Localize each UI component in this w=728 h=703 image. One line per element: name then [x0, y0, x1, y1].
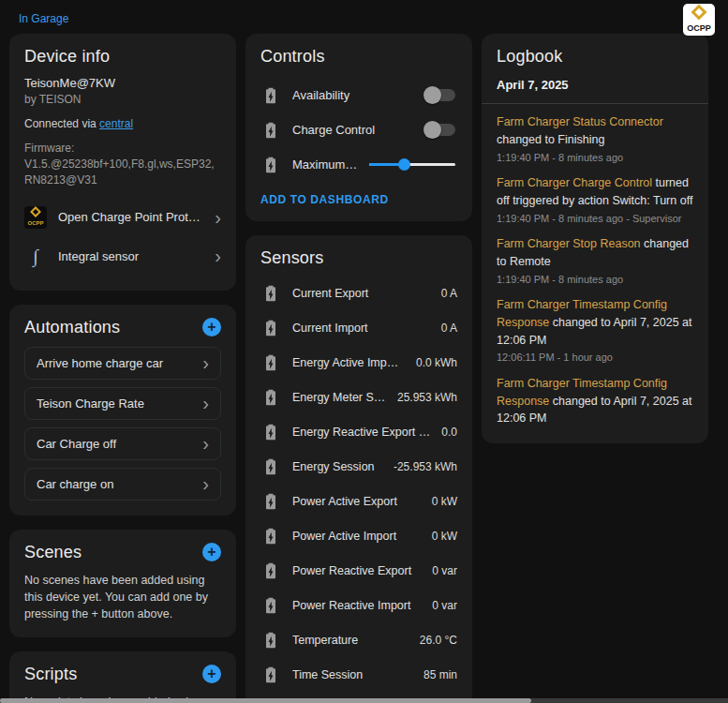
control-label: Availability — [292, 88, 414, 102]
device-nav-list: OCPP Open Charge Point Protocol (O... › … — [24, 198, 221, 276]
nav-row-integral-sensor[interactable]: ∫ Integral sensor › — [24, 237, 221, 276]
controls-card: Controls Availability Charge Control — [245, 34, 472, 221]
control-row-maximum-current: Maximum Cur... — [260, 147, 457, 182]
chevron-right-icon: › — [215, 211, 221, 224]
battery-charging-icon — [260, 387, 281, 408]
logbook-entry: Farm Charger Status Connector changed to… — [497, 113, 693, 165]
battery-charging-icon — [260, 665, 281, 685]
sensor-row[interactable]: Time Session 85 min — [260, 657, 457, 692]
automation-item-label: Car charge on — [37, 477, 113, 491]
automation-item[interactable]: Teison Charge Rate › — [24, 387, 221, 420]
connected-via: Connected via central — [24, 117, 221, 130]
ocpp-integration-logo[interactable]: OCPP — [683, 4, 715, 36]
automation-item[interactable]: Car Charge off › — [24, 427, 221, 460]
sensor-label: Power Reactive Import — [292, 599, 421, 612]
ocpp-logo-icon: OCPP — [683, 4, 715, 36]
main-content: Device info TeisonMe@7KW by TEISON Conne… — [0, 30, 728, 703]
svg-text:OCPP: OCPP — [687, 23, 711, 33]
sensor-label: Current Export — [292, 287, 430, 300]
automation-item[interactable]: Arrive home charge car › — [24, 347, 221, 380]
sensor-row[interactable]: Energy Active Import Inter... 0.0 kWh — [260, 345, 457, 380]
maximum-current-slider-knob[interactable] — [398, 158, 410, 171]
sensor-row[interactable]: Power Reactive Export 0 var — [260, 553, 457, 588]
sensor-label: Energy Active Import Inter... — [292, 356, 405, 369]
logbook-date: April 7, 2025 — [482, 78, 708, 104]
battery-charging-icon — [260, 491, 281, 512]
nav-row-ocpp[interactable]: OCPP Open Charge Point Protocol (O... › — [24, 198, 221, 237]
sensor-label: Power Active Export — [292, 495, 421, 508]
logbook-entry-text: changed to Finishing — [497, 133, 604, 146]
top-bar: In Garage — [0, 0, 728, 30]
integral-icon: ∫ — [24, 246, 47, 267]
sensor-value: 0.0 — [441, 426, 457, 439]
chevron-right-icon: › — [215, 249, 221, 262]
sensor-row[interactable]: Power Active Import 0 kW — [260, 518, 457, 553]
logbook-entity-link[interactable]: Farm Charger Charge Control — [497, 176, 652, 189]
sensor-label: Energy Session — [292, 460, 382, 473]
horizontal-scrollbar-thumb[interactable] — [0, 698, 531, 703]
logbook-entry: Farm Charger Timestamp Config Response c… — [497, 375, 693, 427]
logbook-entries: Farm Charger Status Connector changed to… — [497, 104, 693, 427]
svg-text:OCPP: OCPP — [27, 220, 43, 226]
availability-toggle[interactable] — [425, 89, 455, 101]
add-automation-button[interactable]: + — [202, 318, 221, 337]
chevron-right-icon: › — [202, 356, 209, 369]
battery-charging-icon — [260, 595, 281, 616]
sensor-row[interactable]: Power Active Export 0 kW — [260, 484, 457, 518]
battery-charging-icon — [260, 155, 281, 175]
logbook-card: Logbook April 7, 2025 Farm Charger Statu… — [482, 34, 708, 443]
scenes-empty-text: No scenes have been added using this dev… — [24, 572, 221, 622]
connected-via-link[interactable]: central — [99, 117, 133, 130]
column-middle: Controls Availability Charge Control — [245, 34, 472, 703]
sensor-label: Time Session — [292, 668, 412, 681]
logbook-entry-meta: 12:06:11 PM - 1 hour ago — [497, 350, 693, 366]
battery-charging-icon — [260, 630, 281, 651]
logbook-entry-meta: 1:19:40 PM - 8 minutes ago — [497, 272, 693, 288]
sensor-value: 0 var — [432, 564, 457, 577]
sensor-value: 85 min — [423, 668, 457, 681]
sensor-row[interactable]: Energy Session -25.953 kWh — [260, 449, 457, 484]
controls-title: Controls — [260, 47, 457, 67]
sensor-value: 0 A — [441, 322, 457, 335]
logbook-entry: Farm Charger Timestamp Config Response c… — [497, 296, 693, 366]
device-info-title: Device info — [24, 47, 221, 67]
nav-row-label: Integral sensor — [58, 249, 203, 263]
add-scene-button[interactable]: + — [202, 543, 221, 561]
logbook-title: Logbook — [497, 47, 693, 67]
connected-via-prefix: Connected via — [24, 117, 99, 130]
scenes-title: Scenes — [24, 543, 82, 562]
add-script-button[interactable]: + — [202, 665, 221, 683]
sensor-label: Energy Meter Start — [292, 391, 386, 404]
sensors-list: Current Export 0 A Current Import 0 A — [260, 276, 457, 692]
automations-list: Arrive home charge car › Teison Charge R… — [24, 347, 221, 501]
logbook-entry: Farm Charger Charge Control turned off t… — [497, 174, 693, 226]
column-right: Logbook April 7, 2025 Farm Charger Statu… — [482, 34, 708, 443]
control-label: Maximum Cur... — [292, 157, 358, 172]
sensor-row[interactable]: Power Reactive Import 0 var — [260, 588, 457, 622]
device-info-card: Device info TeisonMe@7KW by TEISON Conne… — [9, 34, 236, 291]
sensor-row[interactable]: Current Export 0 A — [260, 276, 457, 310]
sensor-row[interactable]: Energy Meter Start 25.953 kWh — [260, 380, 457, 414]
automation-item[interactable]: Car charge on › — [24, 468, 221, 501]
battery-charging-icon — [260, 526, 281, 546]
toggle-knob — [423, 121, 441, 139]
sensor-label: Energy Reactive Export Interval — [292, 426, 430, 439]
maximum-current-slider[interactable] — [369, 157, 455, 172]
add-to-dashboard-button[interactable]: ADD TO DASHBOARD — [260, 193, 457, 206]
battery-charging-icon — [260, 85, 281, 106]
control-label: Charge Control — [292, 123, 414, 137]
logbook-entity-link[interactable]: Farm Charger Status Connector — [497, 115, 663, 128]
sensor-label: Current Import — [292, 322, 430, 335]
automations-title: Automations — [24, 318, 120, 337]
automation-item-label: Arrive home charge car — [37, 356, 163, 370]
sensor-row[interactable]: Energy Reactive Export Interval 0.0 — [260, 414, 457, 449]
sensor-row[interactable]: Current Import 0 A — [260, 310, 457, 345]
logbook-entry-meta: 1:19:40 PM - 8 minutes ago - Supervisor — [497, 211, 693, 227]
automations-card: Automations + Arrive home charge car › T… — [9, 305, 236, 516]
nav-row-label: Open Charge Point Protocol (O... — [58, 210, 203, 224]
charge-control-toggle[interactable] — [425, 124, 455, 136]
horizontal-scrollbar-track — [0, 698, 728, 703]
logbook-entity-link[interactable]: Farm Charger Stop Reason — [497, 237, 641, 250]
sensor-row[interactable]: Temperature 26.0 °C — [260, 622, 457, 657]
breadcrumb[interactable]: In Garage — [19, 12, 68, 25]
